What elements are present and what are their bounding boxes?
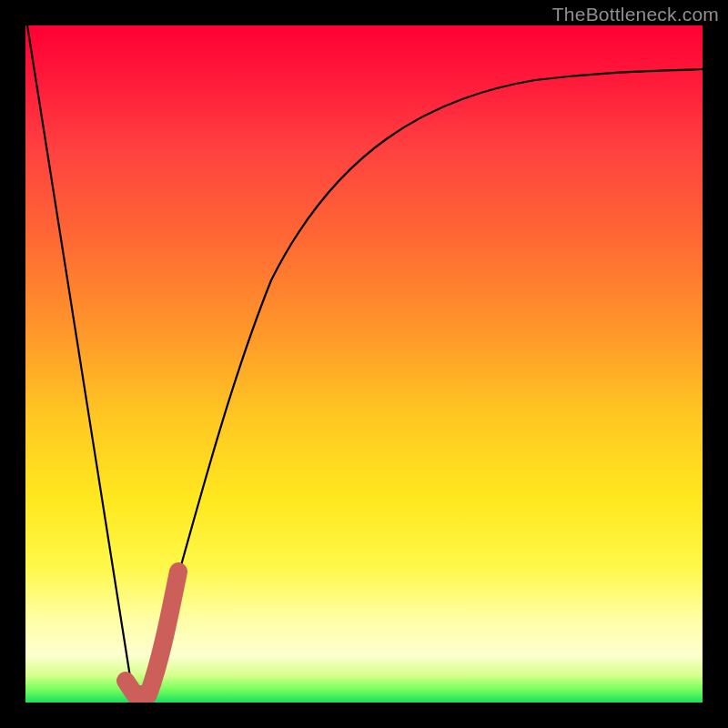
chart-frame: TheBottleneck.com (0, 0, 728, 728)
plot-area (25, 25, 703, 703)
watermark-text: TheBottleneck.com (552, 4, 719, 25)
highlight-near-minimum (126, 571, 178, 694)
curve-layer (25, 25, 703, 703)
bottleneck-curve (27, 25, 703, 699)
